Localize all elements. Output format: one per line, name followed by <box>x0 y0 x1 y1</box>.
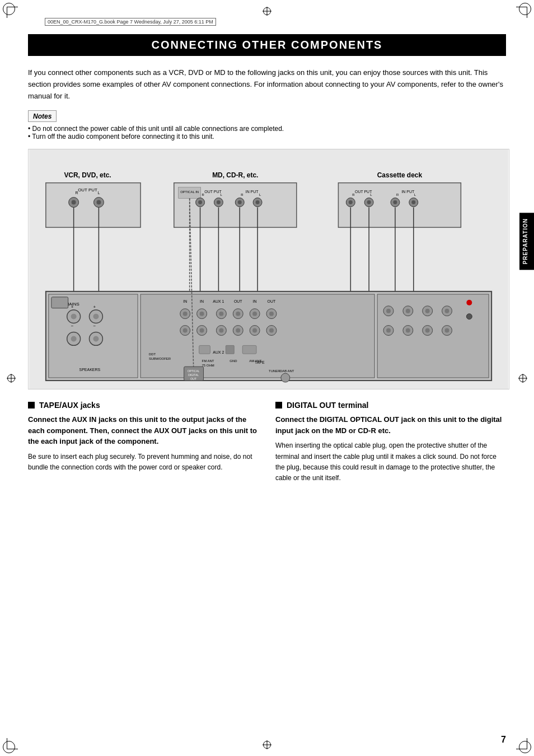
svg-text:+: + <box>93 304 96 309</box>
svg-point-133 <box>406 328 410 333</box>
corner-mark-tl <box>7 7 18 18</box>
notes-label: Notes <box>33 112 51 120</box>
svg-text:75 OHM: 75 OHM <box>202 364 214 368</box>
svg-text:OUT: OUT <box>268 299 276 303</box>
svg-text:R: R <box>202 193 205 196</box>
svg-point-119 <box>281 374 290 383</box>
note-item-2: Turn off the audio component before conn… <box>28 133 506 140</box>
page-container: PREPARATION 00EN_00_CRX-M170_G.book Page… <box>0 0 534 756</box>
svg-point-138 <box>466 300 472 306</box>
svg-text:OUT: OUT <box>190 378 196 381</box>
svg-text:SPEAKERS: SPEAKERS <box>79 368 101 372</box>
svg-point-36 <box>367 200 371 204</box>
digital-out-bold: Connect the DIGITAL OPTICAL OUT jack on … <box>275 414 506 436</box>
svg-rect-58 <box>51 297 68 308</box>
svg-point-129 <box>445 309 449 313</box>
svg-text:AM ANT: AM ANT <box>249 360 262 363</box>
svg-text:IN PUT: IN PUT <box>401 190 415 194</box>
svg-point-131 <box>386 328 391 333</box>
svg-point-139 <box>466 314 472 320</box>
svg-point-60 <box>71 314 77 320</box>
svg-rect-121 <box>377 294 489 378</box>
svg-text:VCR, DVD, etc.: VCR, DVD, etc. <box>64 171 111 179</box>
svg-point-99 <box>219 328 223 333</box>
svg-text:AUX 1: AUX 1 <box>213 299 224 303</box>
svg-text:TUNER: TUNER <box>269 370 280 373</box>
digital-out-body: When inserting the optical cable plug, o… <box>275 440 506 483</box>
right-crosshair <box>518 374 527 383</box>
connection-diagram: VCR, DVD, etc. OUT PUT R L MD, CD-R, etc… <box>28 149 509 389</box>
side-tab: PREPARATION <box>519 213 534 270</box>
svg-text:L: L <box>97 191 100 195</box>
svg-point-27 <box>256 200 260 204</box>
svg-text:DDT: DDT <box>149 353 156 356</box>
svg-text:SUBWOOFER: SUBWOOFER <box>149 358 171 361</box>
svg-rect-111 <box>199 346 210 354</box>
svg-point-93 <box>269 312 274 316</box>
svg-text:R: R <box>76 191 78 195</box>
svg-point-97 <box>200 328 204 333</box>
bottom-sections: TAPE/AUX jacks Connect the AUX IN jacks … <box>28 401 506 483</box>
page-number: 7 <box>501 735 506 745</box>
svg-point-34 <box>349 200 353 204</box>
svg-point-127 <box>425 309 430 313</box>
diagram-area: VCR, DVD, etc. OUT PUT R L MD, CD-R, etc… <box>28 149 506 389</box>
svg-text:DAB ANT: DAB ANT <box>280 370 294 373</box>
svg-point-103 <box>252 328 257 333</box>
svg-point-91 <box>252 312 257 316</box>
svg-point-43 <box>411 200 415 204</box>
intro-paragraph: If you connect other components such as … <box>28 67 506 102</box>
corner-mark-br <box>516 738 527 749</box>
svg-point-137 <box>445 328 449 333</box>
svg-text:FM ANT: FM ANT <box>202 360 214 363</box>
notes-list: Do not connect the power cable of this u… <box>28 125 506 140</box>
file-info: 00EN_00_CRX-M170_G.book Page 7 Wednesday… <box>45 18 216 26</box>
svg-text:OPTICAL: OPTICAL <box>188 370 199 373</box>
svg-text:AUX 2: AUX 2 <box>213 351 224 355</box>
svg-point-66 <box>93 336 99 342</box>
digital-out-heading: DIGITAL OUT terminal <box>275 401 506 410</box>
svg-rect-72 <box>140 294 374 378</box>
svg-rect-112 <box>226 346 234 354</box>
svg-point-125 <box>406 309 410 313</box>
svg-text:OUT PUT: OUT PUT <box>204 190 222 194</box>
bottom-crosshair <box>263 740 271 749</box>
left-crosshair <box>7 374 16 383</box>
svg-point-41 <box>393 200 397 204</box>
tape-aux-heading-text: TAPE/AUX jacks <box>39 401 100 410</box>
svg-text:R: R <box>352 193 355 196</box>
svg-text:IN: IN <box>200 299 204 303</box>
svg-point-7 <box>72 200 76 205</box>
svg-point-64 <box>71 336 77 342</box>
svg-point-62 <box>93 314 99 320</box>
svg-point-18 <box>198 200 202 204</box>
svg-text:IN PUT: IN PUT <box>246 190 259 194</box>
bullet-icon-digital <box>275 402 282 408</box>
svg-point-123 <box>386 309 391 313</box>
svg-point-87 <box>219 312 223 316</box>
section-digital-out: DIGITAL OUT terminal Connect the DIGITAL… <box>275 401 506 483</box>
top-crosshair <box>263 7 271 16</box>
svg-text:MD, CD-R, etc.: MD, CD-R, etc. <box>212 171 258 179</box>
section-tape-aux: TAPE/AUX jacks Connect the AUX IN jacks … <box>28 401 259 483</box>
corner-mark-bl <box>7 738 18 749</box>
tape-aux-heading: TAPE/AUX jacks <box>28 401 259 410</box>
tape-aux-body: Be sure to insert each plug securely. To… <box>28 452 259 473</box>
svg-text:IN: IN <box>253 299 257 303</box>
notes-box: Notes <box>28 110 57 122</box>
svg-point-105 <box>269 328 274 333</box>
svg-text:DIGITAL: DIGITAL <box>188 374 199 377</box>
svg-point-135 <box>425 328 430 333</box>
svg-text:−: − <box>71 324 74 329</box>
svg-text:OUT PUT: OUT PUT <box>78 187 97 192</box>
svg-text:GND: GND <box>229 360 237 363</box>
tape-aux-bold: Connect the AUX IN jacks on this unit to… <box>28 414 259 447</box>
svg-text:OPTICAL IN: OPTICAL IN <box>180 190 199 194</box>
svg-point-85 <box>200 312 204 316</box>
svg-point-95 <box>183 328 188 333</box>
digital-out-heading-text: DIGITAL OUT terminal <box>287 401 369 410</box>
page-title: CONNECTING OTHER COMPONENTS <box>28 34 506 56</box>
note-item-1: Do not connect the power cable of this u… <box>28 125 506 133</box>
svg-text:−: − <box>93 324 96 329</box>
svg-text:Cassette deck: Cassette deck <box>377 171 423 179</box>
